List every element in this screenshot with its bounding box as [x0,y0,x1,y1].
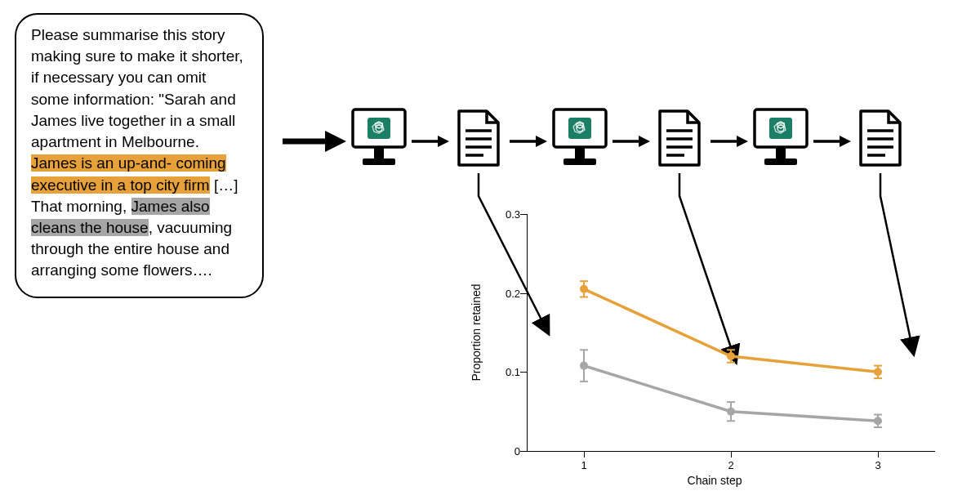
series-point-inconsistent [727,408,735,416]
svg-rect-3 [374,147,384,158]
document-icon-3 [854,106,913,170]
svg-rect-30 [764,158,797,165]
series-point-consistent [874,368,882,376]
y-tick-label: 0.3 [506,208,520,221]
y-tick-label: 0 [514,445,520,458]
document-icon-1 [452,106,511,170]
arrow-icon [612,136,650,147]
iteration-chain [286,106,964,180]
arrow-icon [412,136,449,147]
chart-y-axis-title: Proportion retained [470,283,483,381]
x-tick [584,451,585,458]
chart-x-axis-title: Chain step [470,474,960,487]
y-tick [520,451,527,452]
series-point-consistent [727,352,735,360]
highlight-consistent: James is an up-and- coming executive in … [31,154,226,193]
x-tick-label: 2 [728,459,733,471]
svg-marker-34 [840,136,851,147]
arrow-icon [710,136,748,147]
arrow-icon [510,136,547,147]
x-tick [731,451,732,458]
svg-rect-17 [564,158,596,165]
arrow-icon [813,136,851,147]
svg-marker-27 [737,136,748,147]
document-icon-2 [653,106,712,170]
monitor-step-1 [350,106,408,170]
y-tick [520,293,527,294]
prompt-box: Please summarise this story making sure … [15,13,264,298]
y-tick-label: 0.1 [506,366,520,378]
svg-rect-4 [363,158,395,165]
y-tick-label: 0.2 [506,287,520,299]
y-tick [520,372,527,373]
svg-rect-16 [575,147,585,158]
series-point-consistent [580,285,588,293]
x-tick-label: 1 [581,459,586,471]
x-tick [878,451,879,458]
monitor-step-3 [751,106,810,170]
x-tick-label: 3 [875,459,880,471]
svg-rect-29 [776,147,786,158]
retention-chart: 0 0.1 0.2 0.3 1 2 3 Chain step Proportio… [470,214,960,484]
series-point-inconsistent [580,362,588,370]
prompt-text-pre: Please summarise this story making sure … [31,26,243,150]
series-point-inconsistent [874,417,882,425]
monitor-step-2 [550,106,609,170]
svg-marker-14 [536,136,547,147]
svg-marker-21 [639,136,650,147]
svg-marker-8 [438,136,449,147]
y-tick [520,214,527,215]
chart-series [527,214,935,451]
